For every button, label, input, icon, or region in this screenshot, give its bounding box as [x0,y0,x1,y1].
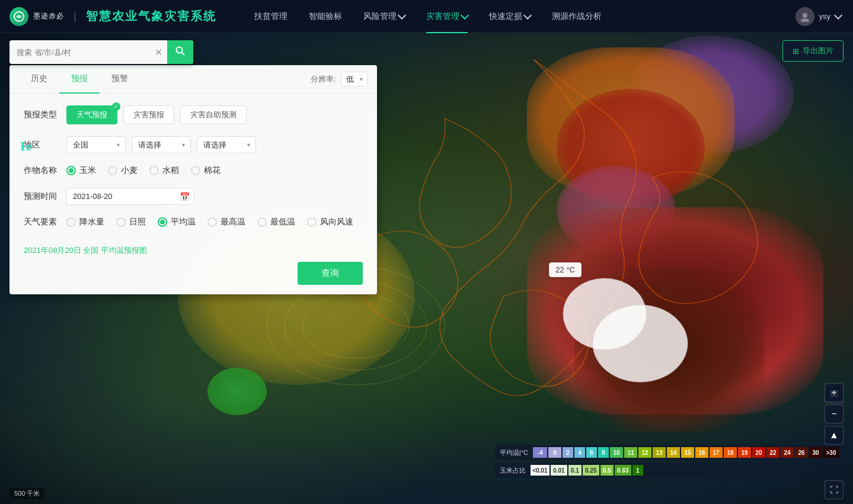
radio-corn [66,166,76,175]
nav-suyuan[interactable]: 溯源作战分析 [541,0,612,33]
date-input[interactable] [66,188,194,205]
forecast-type-label: 预报类型 [24,110,66,120]
corn-cell-001: <0.01 [531,465,550,476]
legend-cell-11: 11 [624,447,637,458]
region-select-3[interactable]: 请选择 [197,136,256,153]
forecast-type-row: 预报类型 天气预报 灾害预报 灾害自助预测 [24,105,363,124]
map-controls: + − ▲ [825,383,844,445]
weather-rainfall[interactable]: 降水量 [66,217,104,227]
radio-rainfall [66,217,76,227]
zoom-in-button[interactable]: + [825,383,844,402]
nav-zaihai[interactable]: 灾害管理 [416,0,478,33]
search-input[interactable] [9,42,150,63]
query-button[interactable]: 查询 [298,262,363,285]
weather-min-temp[interactable]: 最低温 [257,217,295,227]
temperature-legend: 平均温|°C -4 0 2 4 6 8 10 11 12 13 14 15 16… [495,445,844,460]
username: ysy [819,12,831,21]
legend-cell-19: 19 [738,447,751,458]
crop-rice[interactable]: 水稻 [149,165,179,176]
legend-cell-20: 20 [752,447,765,458]
weather-wind[interactable]: 风向风速 [307,217,353,227]
forecast-types: 天气预报 灾害预报 灾害自助预测 [66,105,247,124]
legend-cell-10: 10 [610,447,623,458]
crop-wheat[interactable]: 小麦 [108,165,138,176]
fullscreen-button[interactable]: ⛶ [825,480,844,499]
nav-yanjian[interactable]: 智能验标 [298,0,353,33]
radio-rice [149,166,159,175]
region-select-2[interactable]: 请选择 [132,136,191,153]
corn-legend: 玉米占比 <0.01 0.01 0.1 0.25 0.5 0.63 1 [495,463,844,478]
tab-history[interactable]: 历史 [19,65,59,94]
crop-corn[interactable]: 玉米 [66,165,96,176]
crop-label: 作物名称 [24,165,66,176]
avatar [796,7,814,26]
legend-cell-gt30: >30 [823,447,839,458]
legend-cell-6: 6 [586,447,597,458]
tab-forecast[interactable]: 预报 [59,65,100,94]
crop-cotton[interactable]: 棉花 [191,165,221,176]
radio-sunshine [116,217,126,227]
result-link[interactable]: 2021年08月20日 全国 平均温预报图 [9,245,377,256]
weather-avg-temp[interactable]: 平均温 [158,217,196,227]
nav-fupin[interactable]: 扶贫管理 [244,0,298,33]
logo-icon [9,7,28,26]
user-chevron-icon [834,11,842,20]
legend-cell-14: 14 [667,447,680,458]
export-button[interactable]: ⊞ 导出图片 [782,40,844,62]
date-label: 预测时间 [24,191,66,202]
corn-cell-63: 0.63 [615,465,631,476]
weather-radio-group: 降水量 日照 平均温 最高温 最低温 [66,217,353,227]
corn-legend-label: 玉米占比 [500,466,526,475]
radio-avg-temp [158,217,167,227]
corn-cell-5: 0.5 [600,465,614,476]
tab-warning[interactable]: 预警 [100,65,140,94]
corn-cell-25: 0.25 [583,465,599,476]
legend-cell-15: 15 [681,447,694,458]
form-content: 预报类型 天气预报 灾害预报 灾害自助预测 地区 全国 请选择 [9,94,377,245]
legend-cell-17: 17 [710,447,723,458]
nav-fengxian[interactable]: 风险管理 [353,0,416,33]
resolution-selector: 分辨率: 低 中 高 [311,72,368,86]
legend-cell-24: 24 [781,447,794,458]
chevron-down-icon [523,11,532,20]
logo-section: 墨迹赤必 | 智慧农业气象灾害系统 [0,7,244,26]
nav-kuaisu[interactable]: 快速定损 [478,0,541,33]
region-row: 地区 全国 请选择 请选择 [24,136,363,153]
svg-line-9 [182,53,185,56]
chevron-down-icon [398,11,406,20]
legend-container: 平均温|°C -4 0 2 4 6 8 10 11 12 13 14 15 16… [495,445,844,480]
forecast-btn-self[interactable]: 灾害自助预测 [180,105,247,124]
tab-bar: 历史 预报 预警 分辨率: 低 中 高 [9,65,377,94]
user-menu[interactable]: ysy [784,7,854,26]
radio-wind [307,217,317,227]
forecast-btn-disaster[interactable]: 灾害预报 [123,105,174,124]
legend-cell-0: 0 [548,447,561,458]
weather-sunshine[interactable]: 日照 [116,217,146,227]
search-button[interactable] [167,40,193,64]
temp-legend-label: 平均温|°C [500,448,528,457]
legend-cell-16: 16 [695,447,708,458]
legend-cell-30: 30 [809,447,822,458]
main-panel: 历史 预报 预警 分辨率: 低 中 高 预报类型 天气预报 灾害预报 灾害自助预… [9,65,377,294]
crop-radio-group: 玉米 小麦 水稻 棉花 [66,165,221,176]
forecast-btn-weather[interactable]: 天气预报 [66,105,117,124]
region-selects: 全国 请选择 请选择 [66,136,256,153]
legend-cell-8: 8 [598,447,609,458]
clear-icon[interactable]: ✕ [150,47,167,58]
calendar-icon[interactable]: 📅 [180,192,190,201]
search-icon [175,46,185,56]
resolution-select[interactable]: 低 中 高 [341,72,368,86]
header: 墨迹赤必 | 智慧农业气象灾害系统 扶贫管理 智能验标 风险管理 灾害管理 快速… [0,0,853,33]
chevron-down-icon [461,11,469,20]
reset-north-button[interactable]: ▲ [825,426,844,445]
date-row: 预测时间 📅 [24,188,363,205]
weather-max-temp[interactable]: 最高温 [207,217,245,227]
region-select-1[interactable]: 全国 [66,136,126,153]
corn-cell-01: 0.01 [551,465,567,476]
radio-min-temp [257,217,267,227]
svg-point-8 [177,47,183,53]
logo-text: 墨迹赤必 [33,11,64,21]
svg-point-6 [803,13,807,18]
zoom-out-button[interactable]: − [825,405,844,423]
weather-element-label: 天气要素 [24,217,66,227]
